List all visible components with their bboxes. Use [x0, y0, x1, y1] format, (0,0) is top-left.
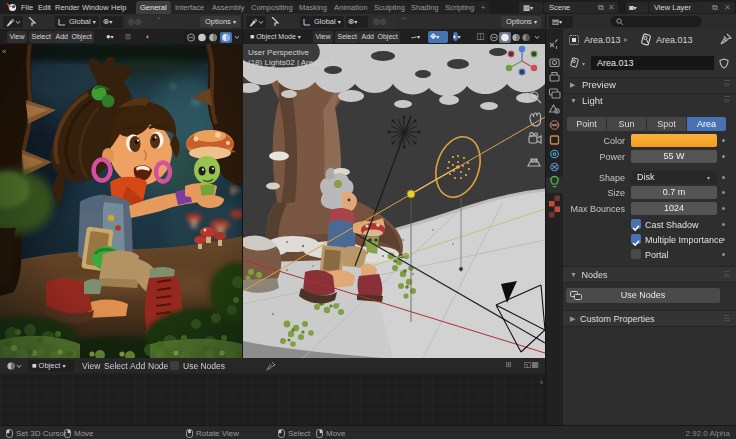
svg-text:(18) Lights02 | Area.013: (18) Lights02 | Area.013	[248, 58, 334, 67]
svg-text:User Perspective: User Perspective	[248, 48, 309, 57]
svg-text:‹: ‹	[540, 377, 543, 387]
